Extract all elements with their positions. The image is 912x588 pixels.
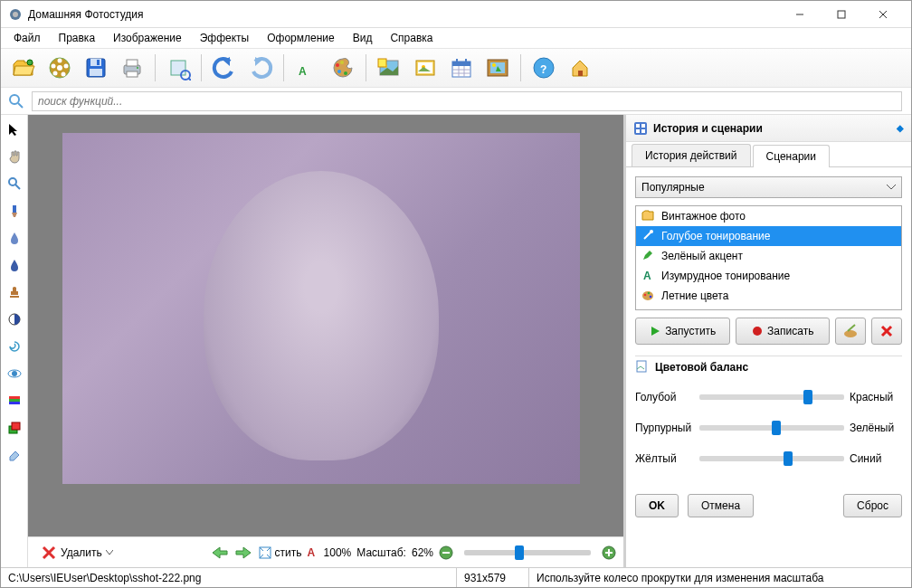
svg-point-85 bbox=[844, 330, 857, 337]
image2-button[interactable] bbox=[408, 52, 442, 84]
tab-scenarios[interactable]: Сценарии bbox=[753, 145, 830, 167]
minimize-button[interactable] bbox=[779, 2, 821, 27]
record-button[interactable]: Записать bbox=[736, 318, 831, 345]
cyan-red-slider[interactable] bbox=[699, 394, 844, 400]
svg-point-46 bbox=[492, 63, 496, 67]
drop1-tool[interactable] bbox=[5, 229, 24, 247]
close-button[interactable] bbox=[862, 2, 904, 27]
svg-point-12 bbox=[53, 71, 58, 76]
magenta-green-slider[interactable] bbox=[699, 425, 844, 431]
search-icon[interactable] bbox=[6, 91, 26, 111]
folder-icon bbox=[641, 209, 656, 223]
run-button[interactable]: Запустить bbox=[635, 318, 730, 345]
svg-rect-15 bbox=[90, 59, 101, 66]
svg-text:A: A bbox=[299, 65, 307, 78]
help-button[interactable]: ? bbox=[527, 52, 561, 84]
prev-button[interactable] bbox=[211, 545, 229, 560]
text-button[interactable]: A bbox=[290, 52, 324, 84]
redo-button[interactable] bbox=[243, 52, 278, 84]
record-label: Записать bbox=[767, 325, 813, 337]
zoom-in-button[interactable] bbox=[602, 545, 616, 560]
fit-button[interactable]: стить bbox=[258, 545, 302, 560]
delete-button[interactable]: Удалить bbox=[35, 543, 119, 563]
scenario-blue[interactable]: Голубое тонирование bbox=[636, 226, 901, 246]
crop-button[interactable] bbox=[161, 52, 195, 84]
film-button[interactable] bbox=[43, 52, 77, 84]
category-combo[interactable]: Популярные bbox=[635, 176, 902, 198]
tab-history[interactable]: История действий bbox=[632, 144, 751, 166]
chevron-down-icon bbox=[106, 549, 113, 556]
svg-point-11 bbox=[62, 72, 66, 77]
menubar: Файл Правка Изображение Эффекты Оформлен… bbox=[1, 28, 911, 48]
zoom-100-button[interactable]: A 100% bbox=[308, 546, 352, 559]
menu-image[interactable]: Изображение bbox=[104, 30, 191, 46]
delete-label: Удалить bbox=[61, 546, 102, 559]
search-bar bbox=[1, 88, 911, 115]
scenario-green[interactable]: Зелёный акцент bbox=[636, 246, 901, 266]
drop2-tool[interactable] bbox=[5, 256, 24, 274]
svg-rect-71 bbox=[608, 549, 610, 556]
svg-rect-74 bbox=[641, 124, 645, 128]
zoom-slider[interactable] bbox=[464, 550, 591, 555]
menu-edit[interactable]: Правка bbox=[50, 30, 105, 46]
ok-button[interactable]: OK bbox=[635, 494, 679, 517]
home-button[interactable] bbox=[563, 52, 597, 84]
svg-rect-68 bbox=[442, 552, 450, 554]
swirl-tool[interactable] bbox=[5, 337, 24, 356]
svg-point-58 bbox=[12, 371, 17, 376]
svg-rect-89 bbox=[637, 361, 646, 372]
search-input[interactable] bbox=[32, 91, 902, 111]
svg-point-27 bbox=[337, 70, 341, 73]
next-button[interactable] bbox=[234, 545, 252, 560]
delete-scenario-button[interactable] bbox=[871, 318, 902, 345]
cancel-button[interactable]: Отмена bbox=[688, 494, 754, 517]
menu-view[interactable]: Вид bbox=[344, 30, 382, 46]
menu-help[interactable]: Справка bbox=[381, 30, 442, 46]
maximize-button[interactable] bbox=[821, 2, 862, 27]
edit-scenario-button[interactable] bbox=[835, 318, 866, 345]
layers-tool[interactable] bbox=[5, 419, 24, 437]
frame-button[interactable] bbox=[480, 52, 515, 84]
collapse-icon[interactable]: ◆ bbox=[897, 123, 904, 133]
yellow-blue-slider[interactable] bbox=[699, 456, 844, 461]
eye-tool[interactable] bbox=[5, 365, 24, 383]
canvas-viewport[interactable] bbox=[28, 115, 623, 536]
open-button[interactable] bbox=[6, 52, 41, 84]
scenario-label: Винтажное фото bbox=[661, 210, 746, 223]
stamp-tool[interactable] bbox=[5, 283, 24, 301]
zoom-out-button[interactable] bbox=[439, 545, 453, 560]
zoom-tool[interactable] bbox=[5, 175, 24, 193]
scenario-summer[interactable]: Летние цвета bbox=[636, 286, 901, 306]
svg-rect-20 bbox=[127, 71, 138, 77]
main-toolbar: A ? bbox=[1, 48, 911, 88]
svg-point-21 bbox=[137, 67, 138, 69]
menu-file[interactable]: Файл bbox=[5, 30, 50, 46]
brush-tool[interactable] bbox=[5, 202, 24, 220]
red-label: Красный bbox=[850, 391, 902, 403]
scenario-vintage[interactable]: Винтажное фото bbox=[636, 206, 901, 226]
svg-rect-37 bbox=[452, 62, 470, 66]
undo-button[interactable] bbox=[207, 52, 242, 84]
scenario-list[interactable]: Винтажное фото Голубое тонирование Зелён… bbox=[635, 205, 902, 310]
bottom-actions: Удалить стить A 100% Масштаб: 62% bbox=[28, 536, 623, 567]
contrast-tool[interactable] bbox=[5, 310, 24, 328]
save-button[interactable] bbox=[79, 52, 113, 84]
hand-tool[interactable] bbox=[5, 147, 24, 166]
colorbar-tool[interactable] bbox=[5, 392, 24, 410]
arrow-tool[interactable] bbox=[5, 120, 24, 138]
image1-button[interactable] bbox=[372, 52, 406, 84]
menu-design[interactable]: Оформление bbox=[258, 30, 343, 46]
color-balance-header: Цветовой баланс bbox=[635, 356, 902, 378]
color-balance-title: Цветовой баланс bbox=[655, 361, 748, 374]
print-button[interactable] bbox=[115, 52, 149, 84]
reset-button[interactable]: Сброс bbox=[843, 494, 902, 517]
svg-rect-55 bbox=[10, 296, 19, 298]
eraser-tool[interactable] bbox=[5, 446, 24, 464]
scenario-emerald[interactable]: A Изумрудное тонирование bbox=[636, 266, 901, 286]
svg-point-81 bbox=[644, 294, 647, 297]
menu-effects[interactable]: Эффекты bbox=[191, 30, 259, 46]
svg-rect-16 bbox=[90, 69, 102, 76]
calendar-button[interactable] bbox=[444, 52, 479, 84]
palette-icon bbox=[641, 289, 656, 303]
palette-button[interactable] bbox=[326, 52, 360, 84]
